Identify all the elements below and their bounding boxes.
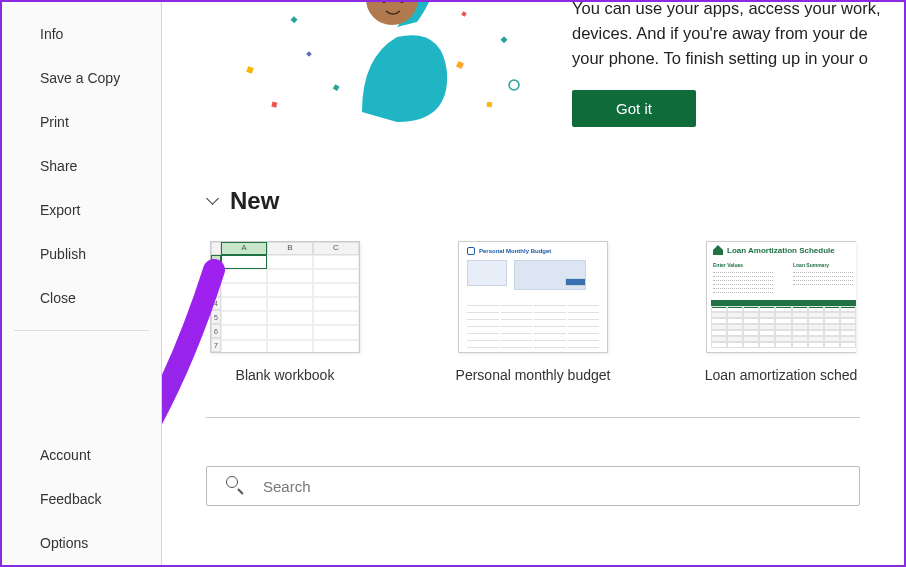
excel-backstage-root: Info Save a Copy Print Share Export Publ…: [0, 0, 906, 567]
amort-thumb-title: Loan Amortization Schedule: [727, 246, 835, 255]
mini-row-4: 4: [211, 297, 221, 311]
got-it-button[interactable]: Got it: [572, 90, 696, 127]
sidebar-item-options[interactable]: Options: [2, 521, 161, 565]
blank-workbook-thumbnail: A B C 1 2 3 4 5 6 7: [210, 241, 360, 353]
template-blank-workbook[interactable]: A B C 1 2 3 4 5 6 7: [206, 241, 364, 383]
sidebar-item-print[interactable]: Print: [2, 100, 161, 144]
svg-rect-7: [306, 51, 312, 57]
template-label: Personal monthly budget: [456, 367, 611, 383]
template-label: Blank workbook: [236, 367, 335, 383]
new-section: New A B C 1 2 3: [162, 157, 904, 383]
amort-right-label: Loan Summary: [793, 262, 829, 268]
search-input[interactable]: [206, 466, 860, 506]
svg-rect-6: [487, 102, 493, 108]
mini-row-7: 7: [211, 338, 221, 352]
sidebar-item-feedback[interactable]: Feedback: [2, 477, 161, 521]
template-gallery: A B C 1 2 3 4 5 6 7: [206, 241, 860, 383]
setup-banner: You can use your apps, access your work,…: [162, 2, 904, 157]
search-icon: [226, 476, 246, 496]
amortization-thumbnail: Loan Amortization Schedule Enter Values …: [706, 241, 856, 353]
sidebar-item-close[interactable]: Close: [2, 276, 161, 320]
section-divider: [206, 417, 860, 418]
banner-line2: devices. And if you're away from your de: [572, 24, 868, 42]
sidebar-divider: [14, 330, 149, 331]
mini-row-1: 1: [211, 255, 221, 269]
banner-line3: your phone. To finish setting up in your…: [572, 49, 868, 67]
mini-col-c: C: [313, 242, 359, 255]
sidebar-item-account[interactable]: Account: [2, 433, 161, 477]
new-title: New: [230, 187, 279, 215]
chevron-down-icon: [206, 194, 220, 208]
budget-thumbnail: Personal Monthly Budget: [458, 241, 608, 353]
mini-row-6: 6: [211, 324, 221, 338]
banner-illustration: [212, 2, 542, 137]
mini-row-3: 3: [211, 283, 221, 297]
amort-left-label: Enter Values: [713, 262, 743, 268]
svg-rect-8: [461, 11, 466, 16]
svg-rect-4: [456, 61, 464, 69]
sidebar-item-publish[interactable]: Publish: [2, 232, 161, 276]
mini-col-a: A: [221, 242, 267, 255]
sidebar-item-info[interactable]: Info: [2, 12, 161, 56]
backstage-sidebar: Info Save a Copy Print Share Export Publ…: [2, 2, 162, 565]
svg-point-9: [509, 80, 519, 90]
banner-line1: You can use your apps, access your work,: [572, 2, 880, 17]
search-wrapper: [206, 466, 860, 506]
banner-text: You can use your apps, access your work,…: [572, 2, 904, 70]
mini-row-5: 5: [211, 310, 221, 324]
template-loan-amortization[interactable]: Loan Amortization Schedule Enter Values …: [702, 241, 860, 383]
template-label: Loan amortization sched: [705, 367, 858, 383]
backstage-main: You can use your apps, access your work,…: [162, 2, 904, 565]
svg-rect-5: [500, 36, 507, 43]
mini-row-2: 2: [211, 269, 221, 283]
svg-rect-3: [333, 84, 340, 91]
svg-rect-0: [246, 66, 254, 74]
bank-icon: [713, 245, 723, 255]
sidebar-item-save-a-copy[interactable]: Save a Copy: [2, 56, 161, 100]
sidebar-spacer: [2, 341, 161, 433]
budget-thumb-title: Personal Monthly Budget: [479, 248, 551, 254]
svg-rect-2: [271, 102, 277, 108]
template-personal-monthly-budget[interactable]: Personal Monthly Budget Personal monthly…: [454, 241, 612, 383]
sidebar-item-export[interactable]: Export: [2, 188, 161, 232]
sidebar-item-share[interactable]: Share: [2, 144, 161, 188]
mini-col-b: B: [267, 242, 313, 255]
new-section-header[interactable]: New: [206, 187, 860, 215]
svg-rect-1: [291, 16, 298, 23]
